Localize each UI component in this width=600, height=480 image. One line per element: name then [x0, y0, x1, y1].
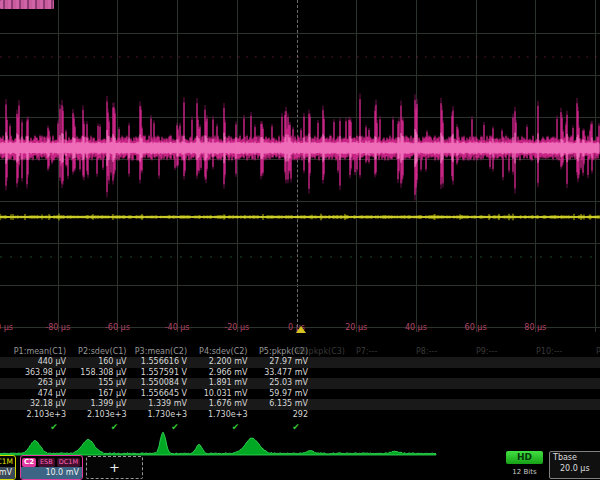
stat-value: 59.97 mV	[248, 389, 308, 398]
stat-value: 6.135 mV	[248, 399, 308, 408]
timebase-descriptor[interactable]: Tbase 20.0 µs	[549, 451, 600, 479]
channel-c2-descriptor[interactable]: C2 ESB DC1M 10.0 mV	[20, 455, 83, 480]
c2-coupling-badge: DC1M	[57, 458, 80, 467]
c2-esb-badge: ESB	[38, 458, 55, 467]
stat-value: 1.557591 V	[127, 368, 187, 377]
channel-c1-descriptor[interactable]: DC1M 0 mV	[0, 455, 16, 480]
stat-value: 263 µV	[6, 378, 66, 387]
stat-value: 2.966 mV	[188, 368, 248, 377]
status-check-icon: ✔	[105, 422, 125, 432]
param-header-inactive[interactable]: P10:---	[536, 347, 562, 356]
stat-value: 155 µV	[67, 378, 127, 387]
param-header-inactive[interactable]: P11	[596, 347, 600, 356]
timebase-value: 20.0 µs	[550, 462, 600, 473]
stat-value: 2.103e+3	[6, 410, 66, 419]
stat-value: 27.97 mV	[248, 357, 308, 366]
oscilloscope-screen: -100 µs-80 µs-60 µs-40 µs-20 µs0 µs20 µs…	[0, 0, 600, 480]
param-header-3[interactable]: P3:mean(C2)	[127, 347, 187, 356]
stat-value: 440 µV	[6, 357, 66, 366]
c2-scale-value: 10.0 mV	[21, 467, 82, 479]
status-check-icon: ✔	[165, 422, 185, 432]
stat-value: 363.98 µV	[6, 368, 66, 377]
param-header-inactive[interactable]: P8:---	[416, 347, 437, 356]
param-header-inactive[interactable]: P9:---	[476, 347, 497, 356]
hd-bits-label: 12 Bits	[506, 468, 543, 476]
stat-value: 1.339 mV	[127, 399, 187, 408]
stat-value: 167 µV	[67, 389, 127, 398]
stat-value: 1.676 mV	[188, 399, 248, 408]
status-check-icon: ✔	[226, 422, 246, 432]
stat-value: 160 µV	[67, 357, 127, 366]
stat-value: 2.103e+3	[67, 410, 127, 419]
stat-value: 1.891 mV	[188, 378, 248, 387]
stat-value: 1.556616 V	[127, 357, 187, 366]
timebase-label: Tbase	[550, 452, 600, 462]
stat-value: 292	[248, 410, 308, 419]
stat-value: 32.18 µV	[6, 399, 66, 408]
add-trace-button[interactable]: +	[86, 456, 143, 479]
measurement-table: P1:mean(C1)P2:sdev(C1)P3:mean(C2)P4:sdev…	[0, 346, 600, 432]
stat-value: 10.031 mV	[188, 389, 248, 398]
param-header-inactive[interactable]: P7:---	[356, 347, 377, 356]
param-header-1[interactable]: P1:mean(C1)	[6, 347, 66, 356]
stat-value: 1.399 µV	[67, 399, 127, 408]
param-header-4[interactable]: P4:sdev(C2)	[188, 347, 248, 356]
param-header-2[interactable]: P2:sdev(C1)	[67, 347, 127, 356]
c1-scale-value: 0 mV	[0, 467, 15, 479]
status-check-icon: ✔	[44, 422, 64, 432]
stat-value: 33.477 mV	[248, 368, 308, 377]
stat-value: 1.730e+3	[127, 410, 187, 419]
hd-mode-badge[interactable]: HD	[506, 451, 543, 464]
status-check-icon: ✔	[286, 422, 306, 432]
stat-value: 1.730e+3	[188, 410, 248, 419]
param-header-inactive[interactable]: P6:pkpk(C3)	[296, 347, 345, 356]
stat-value: 158.308 µV	[67, 368, 127, 377]
stat-value: 474 µV	[6, 389, 66, 398]
stat-value: 1.550084 V	[127, 378, 187, 387]
c1-coupling-label: DC1M	[0, 456, 15, 467]
c2-label-badge: C2	[22, 458, 36, 467]
stat-value: 1.556645 V	[127, 389, 187, 398]
stat-value: 25.03 mV	[248, 378, 308, 387]
stat-value: 2.200 mV	[188, 357, 248, 366]
